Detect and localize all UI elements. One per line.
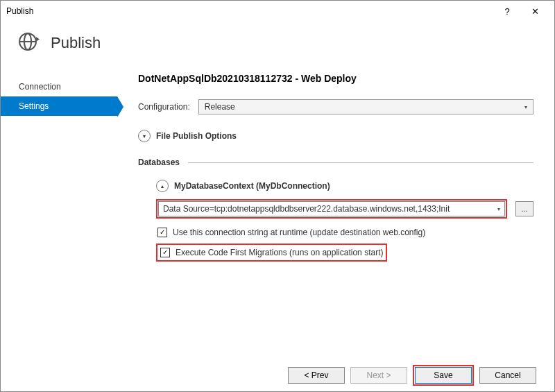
dialog-footer: < Prev Next > Save Cancel <box>1 359 554 391</box>
execute-migrations-highlight: Execute Code First Migrations (runs on a… <box>156 244 387 262</box>
page-title: Publish <box>51 34 101 52</box>
close-button[interactable]: ✕ <box>521 6 549 17</box>
config-value: Release <box>205 102 235 112</box>
execute-migrations-label: Execute Code First Migrations (runs on a… <box>176 248 383 257</box>
config-label: Configuration: <box>138 102 190 112</box>
save-button-highlight: Save <box>413 365 474 386</box>
sidebar: Connection Settings <box>1 70 117 359</box>
file-publish-expander[interactable]: ▾ <box>138 130 151 142</box>
use-connection-label: Use this connection string at runtime (u… <box>173 228 425 237</box>
next-button[interactable]: Next > <box>350 367 407 384</box>
sidebar-item-settings[interactable]: Settings <box>1 96 117 116</box>
prev-button[interactable]: < Prev <box>288 367 345 384</box>
main-panel: DotNetAppSqlDb20210318112732 - Web Deplo… <box>117 70 554 359</box>
publish-profile-title: DotNetAppSqlDb20210318112732 - Web Deplo… <box>138 73 533 84</box>
connection-more-button[interactable]: ... <box>515 201 533 216</box>
titlebar: Publish ? ✕ <box>1 1 554 22</box>
execute-migrations-checkbox[interactable] <box>160 248 170 257</box>
connection-highlight: Data Source=tcp:dotnetappsqldbdbserver22… <box>156 199 507 219</box>
publish-globe-icon <box>16 30 40 56</box>
connection-string-dropdown[interactable]: Data Source=tcp:dotnetappsqldbdbserver22… <box>158 201 505 216</box>
section-divider <box>188 162 533 163</box>
dialog-header: Publish <box>1 22 554 69</box>
databases-section-title: Databases <box>138 157 180 167</box>
config-dropdown[interactable]: Release ▾ <box>198 99 533 114</box>
connection-string-value: Data Source=tcp:dotnetappsqldbdbserver22… <box>163 204 450 214</box>
use-connection-checkbox[interactable] <box>157 228 167 237</box>
file-publish-title: File Publish Options <box>156 131 237 141</box>
save-button[interactable]: Save <box>415 367 472 384</box>
window-title: Publish <box>6 6 493 16</box>
dbcontext-title: MyDatabaseContext (MyDbConnection) <box>174 181 330 191</box>
dbcontext-expander[interactable]: ▴ <box>156 180 169 192</box>
chevron-down-icon: ▾ <box>524 104 527 110</box>
sidebar-item-connection[interactable]: Connection <box>1 77 117 96</box>
cancel-button[interactable]: Cancel <box>479 367 536 384</box>
help-button[interactable]: ? <box>493 6 521 17</box>
chevron-down-icon: ▾ <box>497 206 500 212</box>
